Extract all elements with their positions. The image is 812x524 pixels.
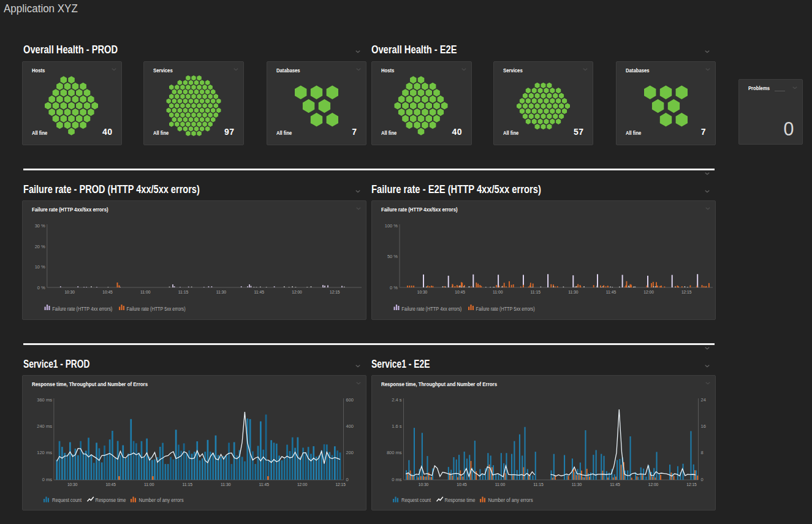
svg-text:0 %: 0 % [390, 284, 398, 290]
svg-text:11:30: 11:30 [571, 482, 582, 487]
svg-text:10:30: 10:30 [417, 289, 427, 295]
svg-text:10:45: 10:45 [105, 482, 116, 487]
svg-text:200: 200 [346, 450, 354, 455]
svg-text:11:45: 11:45 [610, 482, 620, 487]
svg-text:Request count: Request count [401, 496, 431, 503]
svg-text:11:00: 11:00 [140, 289, 151, 295]
svg-text:Number of any errors: Number of any errors [488, 496, 533, 503]
svg-text:10:30: 10:30 [67, 482, 78, 487]
svg-text:Number of any errors: Number of any errors [139, 496, 184, 503]
svg-text:10:45: 10:45 [102, 289, 113, 295]
svg-text:0: 0 [346, 476, 349, 482]
svg-text:240 ms: 240 ms [37, 423, 52, 429]
svg-text:50 %: 50 % [387, 254, 397, 259]
svg-text:11:30: 11:30 [221, 482, 231, 487]
svg-text:11:15: 11:15 [533, 482, 544, 487]
svg-text:12:15: 12:15 [330, 289, 340, 295]
svg-text:Response time: Response time [444, 496, 475, 503]
svg-text:600: 600 [346, 397, 354, 402]
svg-text:Request count: Request count [52, 496, 82, 503]
svg-text:1.6 s: 1.6 s [392, 423, 402, 429]
svg-text:100 %: 100 % [384, 223, 398, 229]
svg-text:120 ms: 120 ms [37, 450, 52, 455]
svg-text:11:00: 11:00 [492, 289, 503, 295]
svg-text:30 %: 30 % [35, 223, 45, 229]
svg-text:800 ms: 800 ms [386, 450, 401, 455]
svg-text:0 ms: 0 ms [42, 476, 53, 482]
svg-text:10:45: 10:45 [457, 482, 467, 487]
svg-text:11:15: 11:15 [182, 482, 192, 487]
svg-text:Failure rate (HTTP 5xx errors): Failure rate (HTTP 5xx errors) [476, 305, 534, 311]
svg-text:10:30: 10:30 [64, 289, 75, 295]
svg-text:8: 8 [700, 450, 703, 455]
svg-text:11:00: 11:00 [495, 482, 505, 487]
svg-text:12:00: 12:00 [292, 289, 302, 295]
svg-text:12:00: 12:00 [297, 482, 308, 487]
svg-text:12:15: 12:15 [681, 289, 691, 295]
svg-text:11:45: 11:45 [259, 482, 269, 487]
svg-text:0 ms: 0 ms [392, 476, 402, 482]
svg-text:Failure rate (HTTP 4xx errors): Failure rate (HTTP 4xx errors) [401, 305, 461, 311]
svg-text:20 %: 20 % [35, 243, 45, 249]
svg-text:12:00: 12:00 [648, 482, 658, 487]
svg-text:Failure rate (HTTP 5xx errors): Failure rate (HTTP 5xx errors) [127, 305, 186, 311]
svg-text:360 ms: 360 ms [37, 397, 52, 402]
svg-text:Failure rate (HTTP 4xx errors): Failure rate (HTTP 4xx errors) [52, 305, 112, 311]
svg-text:10:30: 10:30 [418, 482, 428, 487]
svg-text:Response time: Response time [96, 496, 126, 503]
svg-text:11:45: 11:45 [605, 289, 616, 295]
svg-text:24: 24 [700, 397, 705, 402]
svg-text:400: 400 [346, 423, 354, 429]
svg-text:11:15: 11:15 [530, 289, 541, 295]
svg-text:11:00: 11:00 [144, 482, 154, 487]
svg-text:12:15: 12:15 [686, 482, 697, 487]
svg-text:12:15: 12:15 [335, 482, 346, 487]
svg-text:11:30: 11:30 [216, 289, 227, 295]
svg-text:2.4 s: 2.4 s [392, 397, 402, 402]
svg-text:10 %: 10 % [35, 264, 45, 270]
svg-text:11:45: 11:45 [254, 289, 264, 295]
svg-text:0: 0 [700, 476, 703, 482]
svg-text:12:00: 12:00 [643, 289, 654, 295]
svg-text:0 %: 0 % [37, 284, 45, 290]
svg-text:10:45: 10:45 [455, 289, 465, 295]
svg-text:11:15: 11:15 [178, 289, 189, 295]
svg-text:16: 16 [700, 423, 705, 429]
svg-text:11:30: 11:30 [568, 289, 579, 295]
